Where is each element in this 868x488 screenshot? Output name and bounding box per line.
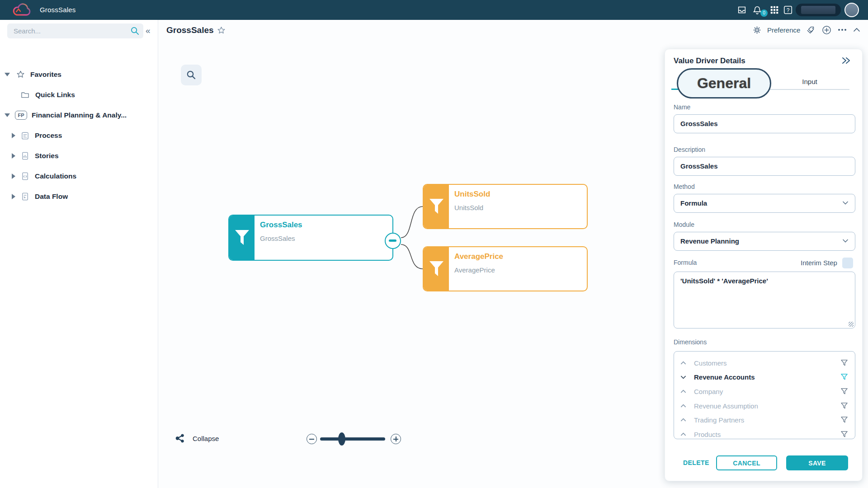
tab-input[interactable]: Input	[789, 78, 830, 85]
chevron-right-icon[interactable]	[12, 133, 15, 138]
tree-node-averageprice[interactable]: AveragePrice AveragePrice	[423, 246, 588, 291]
filter-icon[interactable]	[840, 416, 848, 424]
delete-button[interactable]: DELETE	[683, 459, 709, 466]
resize-handle[interactable]	[849, 322, 854, 327]
sidebar-item-financial-planning[interactable]: FP Financial Planning & Analy...	[0, 108, 158, 122]
method-select[interactable]: Formula	[674, 194, 855, 213]
chevron-up-icon	[680, 403, 686, 409]
formula-label: Formula	[674, 259, 697, 266]
search-icon[interactable]	[130, 26, 140, 36]
description-field[interactable]: GrossSales	[674, 157, 855, 176]
tab-divider	[769, 89, 849, 90]
add-circle-icon[interactable]	[822, 25, 831, 35]
filter-icon[interactable]	[840, 402, 848, 410]
dimension-name: Products	[694, 431, 721, 438]
zoom-out-button[interactable]	[307, 434, 317, 444]
help-icon[interactable]: ?	[783, 5, 793, 15]
app-grid-icon[interactable]	[769, 5, 779, 15]
sidebar-item-stories[interactable]: Stories	[0, 149, 158, 163]
sidebar-collapse-icon[interactable]: «	[146, 26, 151, 36]
sidebar-search	[7, 23, 143, 38]
chevron-right-icon[interactable]	[12, 194, 15, 199]
tree-node-unitssold[interactable]: UnitsSold UnitsSold	[423, 184, 588, 229]
notification-count-badge: 0	[760, 9, 768, 17]
filter-icon[interactable]	[840, 388, 848, 395]
dimension-row-trading-partners[interactable]: Trading Partners	[674, 413, 855, 427]
sidebar-item-label: Process	[35, 131, 62, 140]
tree-node-grosssales[interactable]: GrossSales GrossSales	[228, 215, 393, 261]
cancel-button[interactable]: CANCEL	[716, 455, 777, 470]
dimension-row-revenue-accounts[interactable]: Revenue Accounts	[674, 370, 855, 384]
user-name-pill[interactable]	[796, 4, 841, 16]
interim-step-label: Interim Step	[801, 259, 837, 267]
tags-icon[interactable]	[806, 25, 816, 34]
canvas-search-button[interactable]	[181, 65, 202, 85]
save-button[interactable]: SAVE	[786, 455, 848, 470]
tab-general-label: General	[678, 75, 770, 92]
method-value: Formula	[680, 199, 707, 207]
funnel-icon	[235, 230, 250, 246]
sidebar-item-data-flow[interactable]: Data Flow	[0, 190, 158, 203]
navigation-sidebar: « Favorites Quick Links FP Financial Pla…	[0, 20, 158, 488]
funnel-icon	[429, 198, 444, 215]
filter-icon-active[interactable]	[840, 373, 848, 381]
filter-icon[interactable]	[840, 431, 848, 438]
method-label: Method	[674, 183, 695, 190]
node-subtitle: AveragePrice	[454, 266, 495, 274]
dimension-row-customers[interactable]: Customers	[674, 356, 855, 370]
stories-icon	[21, 151, 29, 160]
sidebar-item-label: Favorites	[30, 70, 61, 79]
sap-analytics-cloud-logo	[12, 2, 32, 18]
chevron-up-icon	[680, 360, 686, 366]
sidebar-item-label: Calculations	[35, 172, 76, 180]
node-color-bar	[424, 185, 449, 228]
favorite-star-icon[interactable]	[217, 26, 226, 35]
dimension-row-company[interactable]: Company	[674, 385, 855, 399]
collapse-node-button[interactable]	[385, 233, 401, 249]
chevron-right-icon[interactable]	[12, 174, 15, 179]
sidebar-item-calculations[interactable]: Calculations	[0, 169, 158, 183]
value-driver-details-panel: Value Driver Details Input General Name …	[665, 49, 863, 481]
dimension-name: Revenue Accounts	[694, 373, 755, 381]
collapse-panel-icon[interactable]	[841, 56, 851, 65]
canvas-toolbar: Preference	[753, 25, 860, 35]
zoom-slider-track[interactable]	[320, 437, 385, 441]
chevron-up-icon[interactable]	[853, 28, 860, 32]
search-input[interactable]	[7, 23, 143, 38]
zoom-in-button[interactable]	[391, 434, 401, 444]
chevron-down-icon[interactable]	[5, 113, 10, 117]
collapse-label: Collapse	[193, 435, 219, 442]
module-select[interactable]: Revenue Planning	[674, 232, 855, 251]
formula-value: 'UnitsSold' * 'AveragePrice'	[680, 277, 768, 285]
more-options-icon[interactable]	[837, 28, 847, 32]
chevron-down-icon	[842, 200, 849, 206]
panel-title: Value Driver Details	[674, 56, 745, 66]
process-icon	[21, 131, 29, 140]
tab-general-highlighted[interactable]: General	[677, 68, 771, 99]
sidebar-item-process[interactable]: Process	[0, 129, 158, 142]
formula-textarea[interactable]: 'UnitsSold' * 'AveragePrice'	[674, 272, 855, 328]
app-title: GrossSales	[40, 6, 76, 14]
chevron-right-icon[interactable]	[12, 153, 15, 159]
name-field[interactable]: GrossSales	[674, 114, 855, 133]
interim-step-checkbox[interactable]	[842, 258, 853, 268]
preference-button[interactable]: Preference	[767, 26, 800, 34]
zoom-slider-thumb[interactable]	[338, 432, 345, 446]
node-title: UnitsSold	[454, 190, 490, 199]
tree-collapse-icon	[175, 434, 184, 443]
dimensions-label: Dimensions	[674, 338, 707, 346]
gear-icon[interactable]	[753, 26, 761, 34]
chevron-up-icon	[680, 417, 686, 423]
dimension-row-revenue-assumption[interactable]: Revenue Assumption	[674, 399, 855, 413]
avatar[interactable]	[844, 3, 859, 17]
sidebar-item-quick-links[interactable]: Quick Links	[0, 88, 158, 102]
sidebar-item-favorites[interactable]: Favorites	[0, 68, 158, 81]
inbox-icon[interactable]	[737, 5, 747, 15]
chevron-down-icon[interactable]	[5, 73, 10, 76]
dimension-row-products[interactable]: Products	[674, 427, 855, 439]
description-label: Description	[674, 146, 705, 153]
filter-icon[interactable]	[840, 359, 848, 367]
funnel-icon	[429, 261, 444, 277]
sidebar-item-label: Financial Planning & Analy...	[32, 111, 127, 119]
collapse-tree-control[interactable]: Collapse	[175, 434, 219, 443]
